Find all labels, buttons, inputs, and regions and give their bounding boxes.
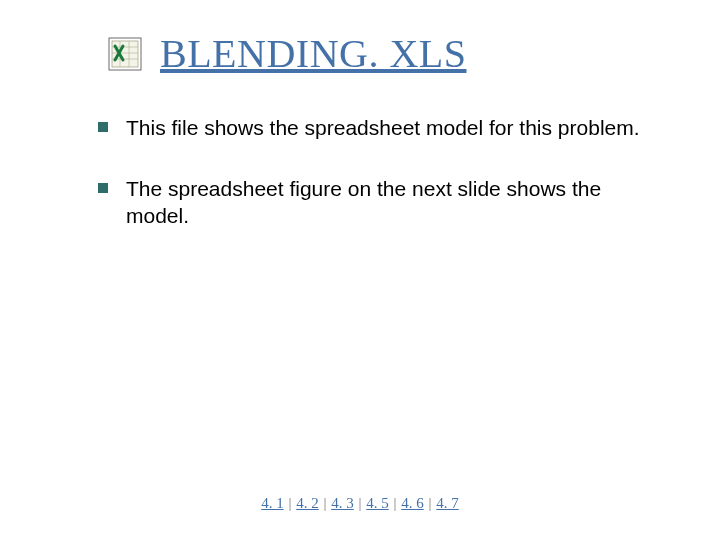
- list-item: This file shows the spreadsheet model fo…: [98, 115, 660, 142]
- list-item: The spreadsheet figure on the next slide…: [98, 176, 660, 230]
- bullet-text: The spreadsheet figure on the next slide…: [126, 176, 660, 230]
- footer-link-4-5[interactable]: 4. 5: [366, 495, 389, 511]
- footer-link-4-2[interactable]: 4. 2: [296, 495, 319, 511]
- title-row: BLENDING. XLS: [0, 0, 720, 81]
- footer-link-4-7[interactable]: 4. 7: [436, 495, 459, 511]
- footer-link-4-6[interactable]: 4. 6: [401, 495, 424, 511]
- footer-link-4-1[interactable]: 4. 1: [261, 495, 284, 511]
- bullet-text: This file shows the spreadsheet model fo…: [126, 115, 640, 142]
- footer-separator: |: [287, 495, 296, 511]
- excel-file-icon: [108, 37, 142, 71]
- bullet-square-icon: [98, 122, 108, 132]
- footer-separator: |: [354, 495, 367, 511]
- footer-separator: |: [389, 495, 402, 511]
- footer-nav: 4. 1 | 4. 2 | 4. 3 | 4. 5 | 4. 6 | 4. 7: [0, 495, 720, 512]
- footer-separator: |: [319, 495, 332, 511]
- title-file-link[interactable]: BLENDING. XLS: [160, 30, 466, 77]
- footer-link-4-3[interactable]: 4. 3: [331, 495, 354, 511]
- bullet-square-icon: [98, 183, 108, 193]
- slide-body: This file shows the spreadsheet model fo…: [0, 81, 720, 230]
- footer-separator: |: [424, 495, 437, 511]
- slide: BLENDING. XLS This file shows the spread…: [0, 0, 720, 540]
